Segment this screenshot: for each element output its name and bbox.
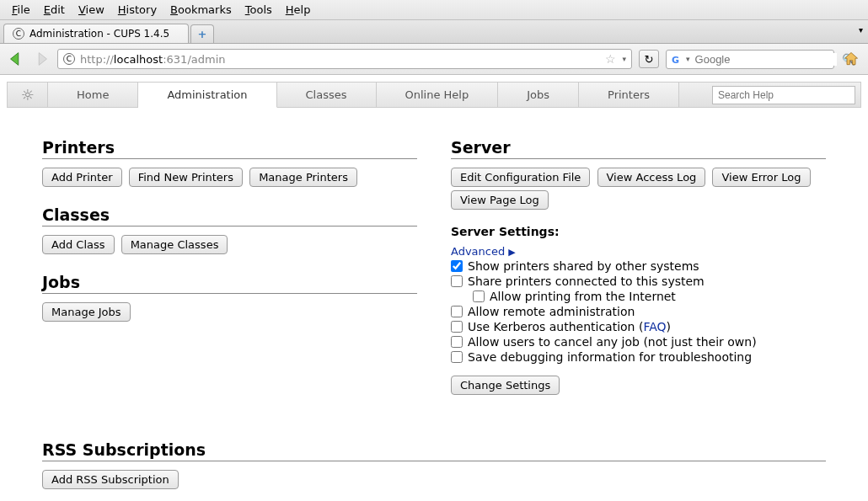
nav-forward-button (32, 50, 51, 68)
nav-classes[interactable]: Classes (277, 83, 377, 107)
menu-history[interactable]: History (113, 2, 162, 18)
manage-jobs-button[interactable]: Manage Jobs (42, 302, 131, 322)
advanced-arrow-icon: ▶ (508, 247, 515, 258)
divider (451, 158, 826, 159)
browser-toolbar: C http://localhost:631/admin ☆ ▾ ↻ G ▾ 🔍 (0, 44, 868, 75)
nav-home[interactable]: Home (48, 83, 138, 107)
nav-printers[interactable]: Printers (579, 83, 679, 107)
divider (42, 461, 826, 461)
setting-label: Share printers connected to this system (468, 274, 705, 288)
browser-search-bar[interactable]: G ▾ 🔍 (666, 50, 834, 69)
divider (42, 158, 417, 159)
find-new-printers-button[interactable]: Find New Printers (129, 168, 243, 187)
cups-search-input[interactable] (712, 86, 855, 104)
manage-printers-button[interactable]: Manage Printers (249, 168, 357, 187)
menu-view[interactable]: View (73, 2, 110, 18)
manage-classes-button[interactable]: Manage Classes (121, 235, 228, 254)
menu-tools[interactable]: Tools (240, 2, 277, 18)
checkbox-cancel-any[interactable] (451, 336, 463, 348)
setting-label: Save debugging information for troublesh… (468, 350, 752, 364)
view-page-log-button[interactable]: View Page Log (451, 190, 549, 210)
menu-help[interactable]: Help (281, 2, 316, 18)
view-error-log-button[interactable]: View Error Log (712, 168, 810, 187)
classes-heading: Classes (42, 205, 417, 224)
url-bar[interactable]: C http://localhost:631/admin ☆ ▾ (57, 49, 632, 69)
printers-heading: Printers (42, 138, 417, 157)
menu-bookmarks[interactable]: Bookmarks (165, 2, 237, 18)
url-dropdown-icon[interactable]: ▾ (622, 55, 626, 63)
browser-tabbar: C Administration - CUPS 1.4.5 + ▾ (0, 20, 868, 44)
setting-label: Allow remote administration (468, 305, 635, 318)
setting-label: Use Kerberos authentication (FAQ) (468, 320, 671, 333)
add-printer-button[interactable]: Add Printer (42, 168, 122, 187)
arrow-right-icon (32, 50, 51, 68)
setting-save-debug: Save debugging information for troublesh… (451, 350, 826, 364)
nav-administration[interactable]: Administration (138, 83, 276, 108)
home-button[interactable] (841, 49, 861, 69)
checkbox-allow-internet[interactable] (473, 290, 485, 302)
jobs-heading: Jobs (42, 273, 417, 291)
setting-show-shared: Show printers shared by other systems (451, 259, 826, 273)
advanced-link[interactable]: Advanced (451, 245, 505, 258)
setting-allow-internet: Allow printing from the Internet (473, 290, 826, 303)
cups-navbar: ☼ Home Administration Classes Online Hel… (7, 82, 861, 108)
cups-search-wrap (707, 83, 860, 107)
arrow-left-icon (7, 50, 25, 68)
urlbar-favicon-icon: C (63, 53, 75, 65)
tab-title: Administration - CUPS 1.4.5 (29, 28, 169, 40)
checkbox-remote-admin[interactable] (451, 306, 463, 317)
change-settings-button[interactable]: Change Settings (451, 376, 560, 395)
tabs-dropdown-icon[interactable]: ▾ (859, 25, 863, 35)
divider (42, 226, 417, 227)
browser-menubar: File Edit View History Bookmarks Tools H… (0, 0, 868, 20)
edit-config-button[interactable]: Edit Configuration File (451, 168, 590, 187)
page-body: Printers Add Printer Find New Printers M… (0, 115, 868, 501)
cups-logo-icon[interactable]: ☼ (8, 83, 48, 107)
right-column: Server Edit Configuration File View Acce… (451, 123, 826, 398)
url-text: http://localhost:631/admin (80, 53, 600, 66)
cups-favicon-icon: C (13, 28, 24, 40)
checkbox-kerberos[interactable] (451, 321, 463, 333)
add-class-button[interactable]: Add Class (42, 235, 115, 254)
faq-link[interactable]: FAQ (643, 320, 666, 333)
server-heading: Server (451, 138, 826, 157)
checkbox-share-connected[interactable] (451, 275, 463, 287)
view-access-log-button[interactable]: View Access Log (597, 168, 706, 187)
nav-online-help[interactable]: Online Help (377, 83, 499, 107)
setting-label: Show printers shared by other systems (468, 259, 699, 273)
new-tab-button[interactable]: + (190, 24, 214, 43)
browser-tab-active[interactable]: C Administration - CUPS 1.4.5 (3, 24, 189, 43)
setting-remote-admin: Allow remote administration (451, 305, 826, 318)
rss-section: RSS Subscriptions Add RSS Subscription (42, 440, 826, 493)
home-icon (843, 51, 860, 67)
browser-search-input[interactable] (695, 53, 837, 66)
reload-button[interactable]: ↻ (639, 50, 659, 68)
setting-label: Allow printing from the Internet (490, 290, 676, 303)
nav-back-button[interactable] (7, 50, 25, 68)
menu-edit[interactable]: Edit (39, 2, 70, 18)
setting-share-connected: Share printers connected to this system (451, 274, 826, 288)
server-settings-label: Server Settings: (451, 225, 826, 238)
rss-heading: RSS Subscriptions (42, 440, 826, 459)
reload-icon: ↻ (645, 53, 654, 66)
menu-file[interactable]: File (7, 2, 35, 18)
bookmark-star-icon[interactable]: ☆ (605, 52, 616, 66)
search-engine-dropdown-icon[interactable]: ▾ (686, 55, 690, 63)
setting-label: Allow users to cancel any job (not just … (468, 335, 757, 349)
divider (42, 293, 417, 294)
setting-kerberos: Use Kerberos authentication (FAQ) (451, 320, 826, 333)
advanced-link-row: Advanced ▶ (451, 245, 826, 258)
google-icon[interactable]: G (672, 53, 679, 65)
checkbox-show-shared[interactable] (451, 260, 463, 272)
nav-jobs[interactable]: Jobs (498, 83, 579, 107)
setting-cancel-any: Allow users to cancel any job (not just … (451, 335, 826, 349)
add-rss-subscription-button[interactable]: Add RSS Subscription (42, 470, 179, 489)
left-column: Printers Add Printer Find New Printers M… (42, 123, 417, 398)
checkbox-save-debug[interactable] (451, 351, 463, 363)
